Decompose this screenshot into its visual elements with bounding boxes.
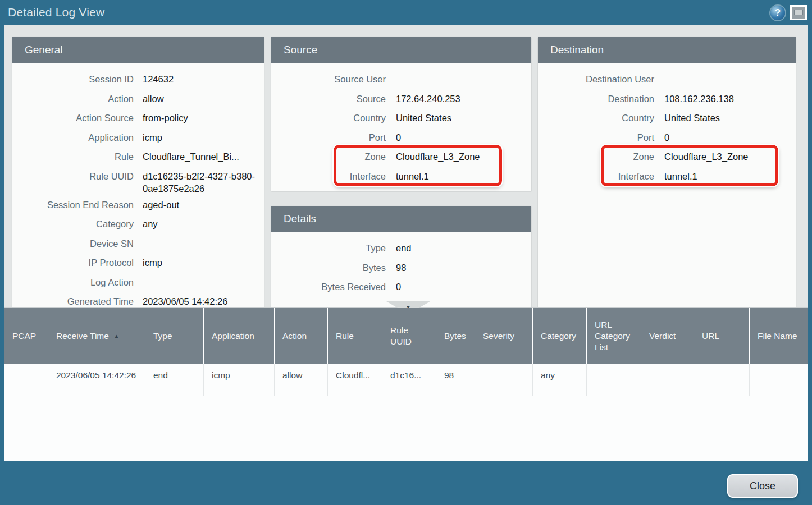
field-action: Action allow xyxy=(12,89,264,109)
dialog-titlebar: Detailed Log View ? xyxy=(0,0,812,25)
field-session-id: Session ID 124632 xyxy=(12,70,264,89)
field-application: Application icmp xyxy=(12,128,264,148)
general-panel-title: General xyxy=(12,37,264,63)
cell-rule: Cloudfl... xyxy=(327,364,382,396)
column-header-type[interactable]: Type xyxy=(145,308,203,364)
field-rule: Rule Cloudflare_Tunnel_Bi... xyxy=(12,147,264,167)
column-header-url[interactable]: URL xyxy=(694,308,749,364)
cell-verdict xyxy=(641,364,694,396)
details-panel: Details Type end Bytes 98 Bytes Received… xyxy=(271,206,531,307)
cell-file-name xyxy=(749,364,808,396)
cell-action: allow xyxy=(274,364,327,396)
dialog-content: General Session ID 124632 Action allow A… xyxy=(4,25,808,461)
column-header-application[interactable]: Application xyxy=(203,308,274,364)
destination-panel-body: Destination User Destination 108.162.236… xyxy=(538,63,796,186)
cell-type: end xyxy=(145,364,203,396)
close-button[interactable]: Close xyxy=(727,474,798,498)
field-source-country: Country United States xyxy=(271,108,531,128)
destination-panel-title: Destination xyxy=(538,37,796,63)
field-source-port: Port 0 xyxy=(271,128,531,148)
source-panel-body: Source User Source 172.64.240.253 Countr… xyxy=(271,63,531,186)
log-table: PCAP Receive Time ▲ Type Application Act… xyxy=(4,307,808,461)
column-header-file-name[interactable]: File Name xyxy=(749,308,808,364)
log-table-header: PCAP Receive Time ▲ Type Application Act… xyxy=(4,307,808,364)
destination-panel: Destination Destination User Destination… xyxy=(538,37,796,307)
column-header-severity[interactable]: Severity xyxy=(475,308,532,364)
column-header-action[interactable]: Action xyxy=(274,308,327,364)
column-header-category[interactable]: Category xyxy=(532,308,586,364)
field-destination: Destination 108.162.236.138 xyxy=(538,89,796,109)
table-row[interactable]: 2023/06/05 14:42:26 end icmp allow Cloud… xyxy=(4,364,808,396)
field-log-action: Log Action xyxy=(12,273,264,292)
cell-pcap xyxy=(4,364,48,396)
field-type: Type end xyxy=(271,238,531,258)
field-source-interface: Interface tunnel.1 xyxy=(271,167,531,186)
field-source: Source 172.64.240.253 xyxy=(271,89,531,109)
column-header-url-category-list[interactable]: URL Category List xyxy=(586,308,641,364)
column-header-receive-time[interactable]: Receive Time ▲ xyxy=(48,308,145,364)
cell-application: icmp xyxy=(203,364,274,396)
field-category: Category any xyxy=(12,214,264,234)
column-header-pcap[interactable]: PCAP xyxy=(4,308,48,364)
source-panel-title: Source xyxy=(271,37,531,63)
source-panel: Source Source User Source 172.64.240.253… xyxy=(271,37,531,191)
cell-category: any xyxy=(532,364,586,396)
field-bytes-received: Bytes Received 0 xyxy=(271,277,531,297)
maximize-icon[interactable] xyxy=(790,5,807,20)
field-destination-country: Country United States xyxy=(538,108,796,128)
column-header-verdict[interactable]: Verdict xyxy=(641,308,694,364)
field-session-end-reason: Session End Reason aged-out xyxy=(12,195,264,215)
field-rule-uuid: Rule UUID d1c16235-b2f2-4327-b380-0ae187… xyxy=(12,167,264,195)
field-destination-zone: Zone Cloudflare_L3_Zone xyxy=(538,147,796,167)
field-bytes: Bytes 98 xyxy=(271,258,531,278)
maximize-icon-inner xyxy=(794,10,803,15)
cell-severity xyxy=(475,364,532,396)
column-header-rule-uuid[interactable]: Rule UUID xyxy=(382,308,436,364)
cell-url xyxy=(694,364,749,396)
column-header-rule[interactable]: Rule xyxy=(327,308,382,364)
field-destination-user: Destination User xyxy=(538,70,796,89)
general-panel-body: Session ID 124632 Action allow Action So… xyxy=(12,63,264,307)
general-panel: General Session ID 124632 Action allow A… xyxy=(12,37,264,307)
field-generated-time: Generated Time 2023/06/05 14:42:26 xyxy=(12,292,264,307)
details-panel-body: Type end Bytes 98 Bytes Received 0 xyxy=(271,232,531,297)
field-device-sn: Device SN xyxy=(12,234,264,254)
help-icon[interactable]: ? xyxy=(770,6,785,20)
cell-url-category-list xyxy=(586,364,641,396)
field-destination-port: Port 0 xyxy=(538,128,796,148)
dialog-title: Detailed Log View xyxy=(8,6,104,19)
details-panel-title: Details xyxy=(271,206,531,232)
field-source-zone: Zone Cloudflare_L3_Zone xyxy=(271,147,531,167)
cell-bytes: 98 xyxy=(436,364,475,396)
column-header-bytes[interactable]: Bytes xyxy=(436,308,475,364)
sort-ascending-icon: ▲ xyxy=(113,330,120,342)
cell-rule-uuid: d1c16... xyxy=(382,364,436,396)
cell-receive-time: 2023/06/05 14:42:26 xyxy=(48,364,145,396)
field-action-source: Action Source from-policy xyxy=(12,108,264,128)
field-source-user: Source User xyxy=(271,70,531,89)
field-destination-interface: Interface tunnel.1 xyxy=(538,167,796,186)
field-ip-protocol: IP Protocol icmp xyxy=(12,253,264,273)
